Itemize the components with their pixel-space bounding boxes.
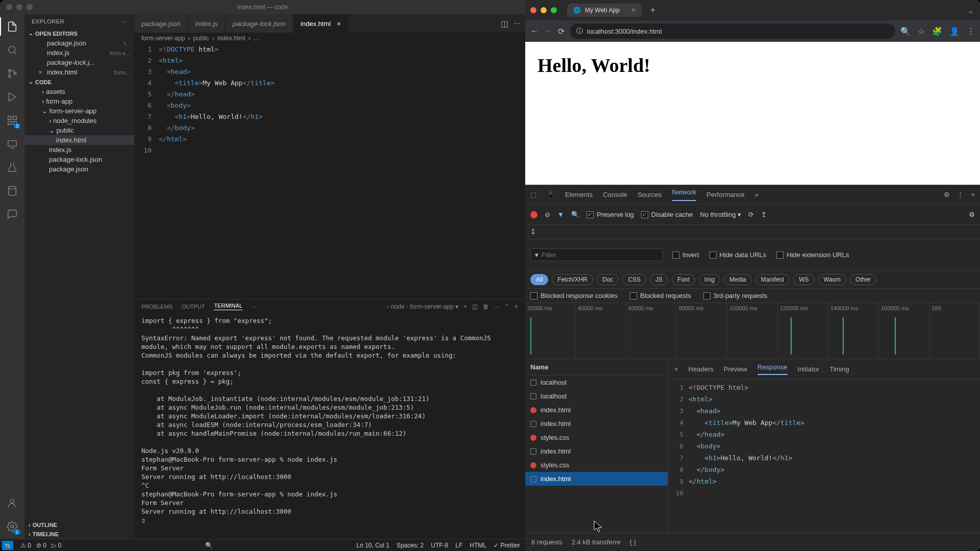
device-icon[interactable]: 📱 [547,191,555,198]
gear-icon[interactable]: 1 [5,519,19,534]
response-body[interactable]: 12345678910 <!DOCTYPE html><html> <head>… [668,380,980,533]
request-row[interactable]: index.html [525,444,668,458]
more-icon[interactable]: ··· [513,19,520,28]
filter-input[interactable]: ▾Filter [530,248,663,261]
type-chip[interactable]: Manifest [755,274,790,285]
type-chip[interactable]: Wasm [818,274,847,285]
panel-tab[interactable]: TERMINAL [214,303,242,310]
chat-icon[interactable] [5,207,19,221]
trash-icon[interactable]: 🗑 [483,303,489,310]
request-row[interactable]: index.html [525,403,668,417]
breadcrumb[interactable]: form-server-app›public›index.html›... [134,33,525,44]
devtools-tab[interactable]: Performance [706,191,744,198]
panel-tab[interactable]: PROBLEMS [141,304,173,310]
type-chip[interactable]: All [530,274,548,285]
editor-tab[interactable]: index.js [188,14,226,33]
zoom-icon[interactable]: 🔍 [900,27,911,36]
editor-tab[interactable]: index.html× [293,14,349,33]
panel-tab[interactable]: OUTPUT [182,304,205,310]
editor-tab[interactable]: package-lock.json [226,14,293,33]
account-icon[interactable] [5,496,19,510]
search-icon[interactable]: 🔍 [571,211,579,218]
tree-item[interactable]: ⌄ public [24,126,134,135]
status-item[interactable]: ⊘ 0 [36,542,46,549]
download-icon[interactable]: ↧ [525,225,980,239]
devtools-tab[interactable]: Console [603,191,627,198]
timeline-section[interactable]: ›TIMELINE [24,530,134,539]
record-button[interactable] [530,211,537,218]
split-icon[interactable]: ◫ [472,303,478,310]
remote-indicator[interactable]: ⇆ [2,541,13,550]
close-icon[interactable]: × [971,191,975,198]
zoom-icon[interactable]: 🔍 [205,542,213,549]
timeline[interactable]: 20000 ms40000 ms60000 ms80000 ms100000 m… [525,303,980,359]
search-icon[interactable] [5,43,19,57]
request-row[interactable]: styles.css [525,458,668,472]
close-icon[interactable]: × [514,303,518,310]
request-row[interactable]: localhost [525,375,668,389]
site-info-icon[interactable]: ⓘ [576,27,583,36]
browser-tab[interactable]: 🌐 My Web App ✕ [567,4,642,17]
tree-item[interactable]: ⌄ form-server-app [24,106,134,116]
terminal-output[interactable]: import { express } from "express"; ^^^^^… [134,313,525,539]
extensions-icon[interactable]: 3 [5,113,19,128]
reload-button[interactable]: ⟳ [557,27,565,35]
filter-checkbox[interactable]: Invert [672,251,699,259]
type-chip[interactable]: WS [793,274,814,285]
test-icon[interactable] [5,160,19,174]
explorer-icon[interactable] [5,19,19,34]
request-row[interactable]: localhost [525,389,668,403]
devtools-tab[interactable]: Elements [565,191,593,198]
request-row[interactable]: index.html [525,417,668,431]
status-item[interactable]: ▷ 0 [52,542,61,549]
filter-checkbox[interactable]: Hide data URLs [709,251,767,259]
preserve-log-checkbox[interactable]: Preserve log [586,211,634,218]
open-editor-item[interactable]: package.jsonf... [24,38,134,48]
tree-item[interactable]: index.js [24,145,134,155]
split-editor-icon[interactable]: ◫ [501,19,508,29]
source-control-icon[interactable] [5,66,19,81]
new-terminal-icon[interactable]: + [463,303,467,310]
more-icon[interactable]: ··· [121,18,127,24]
status-item[interactable]: LF [455,542,462,549]
outline-section[interactable]: ›OUTLINE [24,520,134,530]
editor-tab[interactable]: package.json [134,14,188,33]
tree-item[interactable]: › form-app [24,96,134,106]
disable-cache-checkbox[interactable]: Disable cache [641,211,693,218]
run-debug-icon[interactable] [5,90,19,104]
response-tab[interactable]: Response [757,363,788,375]
bookmark-icon[interactable]: ☆ [918,27,925,36]
tree-item[interactable]: › assets [24,87,134,96]
open-editors-section[interactable]: ⌄OPEN EDITORS [24,29,134,38]
block-checkbox[interactable]: 3rd-party requests [703,292,768,299]
chevron-up-icon[interactable]: ⌃ [504,303,509,310]
filter-checkbox[interactable]: Hide extension URLs [776,251,849,259]
request-row[interactable]: index.html [525,472,668,486]
tree-item[interactable]: index.html [24,135,134,145]
clear-button[interactable]: ⊘ [545,211,550,218]
new-tab-button[interactable]: + [650,5,656,16]
type-chip[interactable]: Img [699,274,720,285]
throttling-select[interactable]: No throttling ▾ [700,211,742,218]
type-chip[interactable]: Other [850,274,876,285]
db-icon[interactable] [5,184,19,198]
inspect-icon[interactable]: ⬚ [530,191,536,198]
more-icon[interactable]: ⋮ [957,191,964,198]
filter-icon[interactable]: ▼ [557,211,564,218]
open-editor-item[interactable]: index.jsform-s... [24,48,134,58]
window-traffic[interactable] [0,4,33,10]
type-chip[interactable]: Media [724,274,752,285]
menu-icon[interactable]: ⋮ [967,27,975,36]
close-icon[interactable]: × [674,365,678,373]
tree-item[interactable]: › node_modules [24,116,134,126]
status-item[interactable]: Ln 10, Col 1 [356,542,389,549]
devtools-tab[interactable]: Sources [638,191,662,198]
gear-icon[interactable]: ⚙ [969,211,975,218]
status-item[interactable]: ✓ Prettier [494,542,520,549]
offline-icon[interactable]: ⟳ [748,211,754,218]
open-editor-item[interactable]: package-lock.j... [24,58,134,67]
name-column-header[interactable]: Name [525,359,668,375]
response-tab[interactable]: Initiator [798,365,820,373]
response-tab[interactable]: Preview [724,365,747,373]
close-icon[interactable]: ✕ [631,7,636,14]
